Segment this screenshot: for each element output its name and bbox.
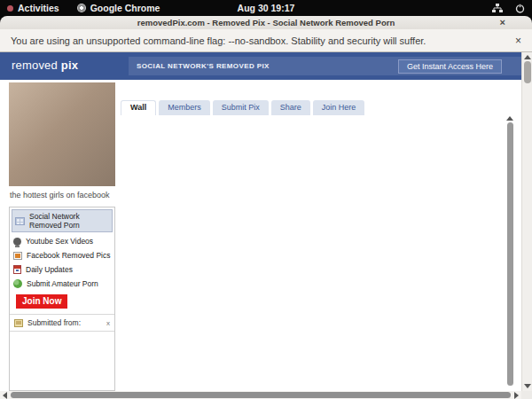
sidebar-item-facebook-removed-pics[interactable]: Facebook Removed Pics [10,248,114,262]
scroll-left-icon[interactable] [3,392,7,399]
join-now-button[interactable]: Join Now [16,294,67,309]
page-horizontal-scrollbar[interactable] [0,391,521,399]
site-header: removed pix SOCIAL NETWORK'S REMOVED PIX… [0,52,521,80]
inner-vertical-scrollbar[interactable] [506,116,513,388]
gnome-top-bar: Activities Google Chrome Aug 30 19:17 [0,0,532,16]
power-icon[interactable] [515,4,525,13]
browser-viewport: removed pix SOCIAL NETWORK'S REMOVED PIX… [0,52,532,399]
get-instant-access-button[interactable]: Get Instant Access Here [398,59,502,74]
site-banner-bar: SOCIAL NETWORK'S REMOVED PIX Get Instant… [129,57,521,75]
profile-photo-placeholder[interactable] [9,82,115,186]
page-body: the hottest girls on facebook Social Net… [0,80,521,391]
tab-submit-pix[interactable]: Submit Pix [213,100,269,115]
sidebar-menu-box: Social Network Removed Porn Youtube Sex … [9,207,115,391]
photo-icon [13,252,22,260]
sandbox-warning-infobar: You are using an unsupported command-lin… [0,29,532,52]
sidebar: the hottest girls on facebook Social Net… [9,82,115,391]
wired-network-icon[interactable] [492,4,503,13]
sidebar-item-youtube-sex-videos[interactable]: Youtube Sex Videos [10,234,114,248]
submitted-from-row: Submitted from: x [10,314,114,332]
polaroid-icon [14,319,23,327]
page-vertical-scrollbar[interactable] [521,52,532,391]
vertical-scrollbar-thumb[interactable] [524,61,531,83]
scrollbar-corner [521,391,532,399]
scroll-down-icon[interactable] [524,384,531,388]
infobar-close-icon[interactable]: × [515,35,521,47]
infobar-message: You are using an unsupported command-lin… [11,35,426,46]
banner-title: SOCIAL NETWORK'S REMOVED PIX [129,62,270,70]
app-name-label: Google Chrome [90,3,160,13]
site-logo[interactable]: removed pix [12,59,78,72]
window-title: removedPix.com - Removed Pix - Social Ne… [137,18,395,27]
sidebar-item-submit-amateur-porn[interactable]: Submit Amateur Porn [10,277,114,291]
activities-button[interactable]: Activities [7,3,59,13]
inner-scrollbar-thumb[interactable] [507,122,513,386]
chrome-icon [77,4,86,12]
tab-share[interactable]: Share [271,100,310,115]
tab-strip: Wall Members Submit Pix Share Join Here [121,100,512,115]
submitted-from-label: Submitted from: [27,318,81,327]
window-close-icon[interactable]: × [500,17,505,28]
tab-members[interactable]: Members [159,100,210,115]
menu-label: Facebook Removed Pics [27,251,111,260]
green-globe-icon [13,279,22,288]
tab-wall[interactable]: Wall [121,100,156,115]
scroll-right-icon[interactable] [514,392,519,399]
webcam-icon [13,238,21,246]
submitted-close-icon[interactable]: x [106,319,110,327]
main-content: Wall Members Submit Pix Share Join Here [121,80,512,391]
scroll-up-icon[interactable] [524,55,531,59]
window-titlebar[interactable]: removedPix.com - Removed Pix - Social Ne… [0,16,532,29]
menu-label: Submit Amateur Porn [27,279,98,288]
calendar-icon [13,265,21,274]
sidebar-empty-area [10,332,114,390]
scroll-up-icon[interactable] [506,116,513,121]
horizontal-scrollbar-thumb[interactable] [11,392,511,398]
menu-label: Daily Updates [26,265,73,274]
menu-label: Social Network Removed Porn [29,212,109,230]
wall-content-area [121,118,512,391]
activities-dot-icon [7,5,13,12]
focused-app-menu[interactable]: Google Chrome [77,3,160,13]
tab-join-here[interactable]: Join Here [313,100,365,115]
sidebar-item-daily-updates[interactable]: Daily Updates [10,262,114,277]
menu-label: Youtube Sex Videos [26,237,93,246]
photo-caption: the hottest girls on facebook [9,186,115,200]
sidebar-item-social-network-removed-porn[interactable]: Social Network Removed Porn [12,209,113,232]
activities-label: Activities [18,3,59,13]
grid-wall-icon [15,217,25,225]
